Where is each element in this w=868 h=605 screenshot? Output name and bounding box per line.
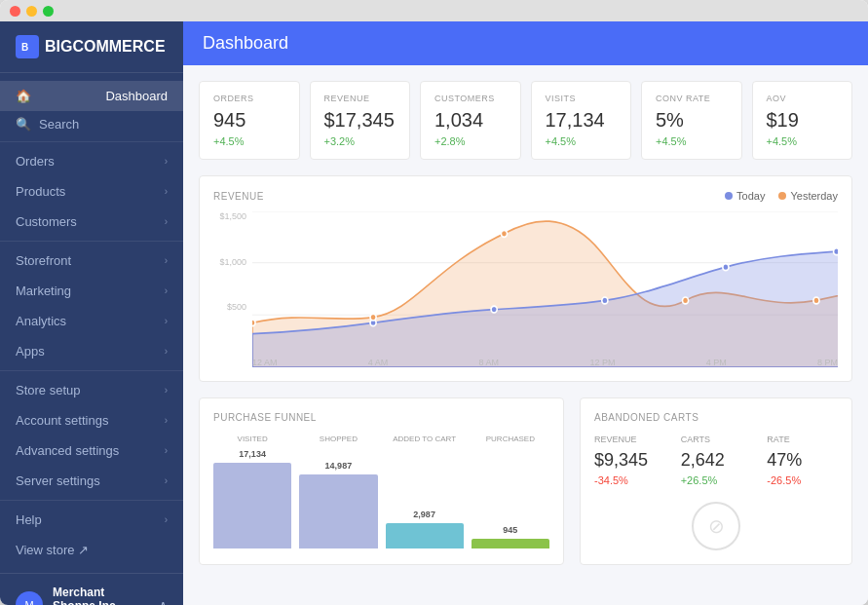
sidebar-item-marketing[interactable]: Marketing › — [0, 276, 183, 306]
aband-change: -34.5% — [594, 474, 665, 486]
sidebar-item-view-store[interactable]: View store ↗ — [0, 535, 183, 565]
help-label: Help — [16, 512, 42, 527]
chevron-right-icon: › — [165, 415, 168, 426]
svg-point-8 — [602, 297, 608, 304]
kpi-label: CUSTOMERS — [434, 94, 507, 103]
no-data-icon: ⊘ — [692, 502, 740, 550]
xaxis-label: 8 PM — [817, 358, 838, 367]
kpi-value: 17,134 — [546, 109, 618, 132]
search-icon: 🔍 — [16, 117, 31, 132]
sidebar-item-products[interactable]: Products › — [0, 176, 183, 207]
customers-label: Customers — [16, 214, 77, 229]
kpi-value: 1,034 — [434, 109, 507, 132]
sidebar-item-store-setup[interactable]: Store setup › — [0, 375, 183, 405]
funnel-columns-header: VISITED SHOPPED ADDED TO CART PURCHASED — [213, 435, 549, 443]
kpi-card-aov: AOV $19 +4.5% — [752, 81, 853, 160]
aband-label: REVENUE — [594, 435, 665, 444]
xaxis-label: 12 AM — [252, 358, 278, 367]
minimize-button[interactable] — [26, 6, 37, 17]
sidebar-divider-4 — [0, 500, 183, 501]
aband-value: 2,642 — [681, 450, 752, 471]
close-button[interactable] — [10, 6, 20, 17]
page-header: Dashboard — [183, 21, 868, 65]
merchant-name: Merchant Shoppe Inc. — [53, 586, 149, 605]
kpi-value: 5% — [656, 109, 728, 132]
kpi-label: ORDERS — [213, 94, 285, 103]
footer-info: Merchant Shoppe Inc. Jesse Campbell — [53, 586, 149, 605]
aband-revenue: REVENUE $9,345 -34.5% — [594, 435, 665, 486]
funnel-value-visited: 17,134 — [239, 449, 266, 459]
chevron-right-icon: › — [165, 316, 168, 326]
kpi-label: AOV — [767, 94, 839, 103]
kpi-value: $17,345 — [324, 109, 396, 132]
logo: B BIGCOMMERCE — [16, 35, 168, 58]
chart-yaxis: $1,500 $1,000 $500 — [213, 211, 252, 348]
svg-point-10 — [834, 248, 838, 255]
kpi-value: 945 — [213, 109, 285, 132]
chevron-up-icon[interactable]: ∧ — [159, 598, 168, 606]
kpi-card-conv-rate: CONV RATE 5% +4.5% — [641, 81, 742, 160]
funnel-col-header-added: ADDED TO CART — [386, 435, 464, 443]
kpi-change: +4.5% — [656, 135, 728, 147]
funnel-value-added: 2,987 — [413, 510, 435, 519]
chevron-right-icon: › — [165, 156, 168, 167]
funnel-bar-visited: 17,134 — [213, 449, 291, 548]
svg-point-9 — [723, 264, 729, 271]
funnel-col-header-visited: VISITED — [213, 435, 291, 443]
maximize-button[interactable] — [43, 6, 54, 17]
kpi-card-visits: VISITS 17,134 +4.5% — [531, 81, 632, 160]
funnel-bar-shape-visited — [213, 463, 291, 548]
avatar: M — [16, 591, 43, 606]
chevron-right-icon: › — [165, 475, 168, 486]
kpi-label: CONV RATE — [656, 94, 728, 103]
storefront-label: Storefront — [16, 253, 71, 268]
sidebar-item-dashboard[interactable]: 🏠 Dashboard — [0, 81, 183, 111]
sidebar-nav: 🏠 Dashboard 🔍 Search Orders › Products › — [0, 73, 183, 573]
sidebar-item-server-settings[interactable]: Server settings › — [0, 466, 183, 496]
logo-icon: B — [16, 35, 39, 58]
chart-header: REVENUE Today Yesterday — [213, 190, 838, 202]
store-setup-label: Store setup — [16, 383, 81, 397]
sidebar-logo: B BIGCOMMERCE — [0, 21, 183, 73]
kpi-label: REVENUE — [324, 94, 396, 103]
sidebar-item-advanced-settings[interactable]: Advanced settings › — [0, 435, 183, 466]
apps-label: Apps — [16, 344, 45, 359]
sidebar-item-help[interactable]: Help › — [0, 505, 183, 535]
svg-point-13 — [501, 230, 507, 237]
sidebar-search[interactable]: 🔍 Search — [0, 111, 183, 137]
abandoned-carts-section: ABANDONED CARTS REVENUE $9,345 -34.5% CA… — [580, 397, 852, 565]
aband-change: +26.5% — [681, 474, 752, 486]
page-title: Dashboard — [203, 33, 849, 54]
chart-legend: Today Yesterday — [725, 190, 838, 202]
chevron-right-icon: › — [165, 514, 168, 525]
sidebar-item-account-settings[interactable]: Account settings › — [0, 405, 183, 435]
sidebar-item-analytics[interactable]: Analytics › — [0, 306, 183, 336]
sidebar-search-label: Search — [39, 117, 79, 132]
dashboard-icon: 🏠 — [16, 89, 31, 103]
xaxis-label: 4 AM — [368, 358, 389, 367]
svg-point-11 — [252, 320, 255, 326]
server-settings-label: Server settings — [16, 473, 100, 488]
svg-text:B: B — [21, 42, 28, 53]
xaxis-label: 12 PM — [589, 358, 615, 367]
orders-label: Orders — [16, 154, 55, 169]
sidebar-divider-2 — [0, 241, 183, 242]
svg-point-12 — [370, 314, 376, 321]
aband-change: -26.5% — [767, 474, 838, 486]
funnel-value-shopped: 14,987 — [325, 461, 353, 471]
sidebar-item-orders[interactable]: Orders › — [0, 146, 183, 176]
revenue-chart-section: REVENUE Today Yesterday $1,500 $1,000 $5… — [199, 175, 852, 382]
sidebar-item-apps[interactable]: Apps › — [0, 336, 183, 366]
kpi-change: +4.5% — [546, 135, 618, 147]
aband-label: CARTS — [681, 435, 752, 444]
sidebar-item-customers[interactable]: Customers › — [0, 207, 183, 237]
funnel-bar-shopped: 14,987 — [299, 461, 377, 548]
aband-label: RATE — [767, 435, 838, 444]
sidebar-item-storefront[interactable]: Storefront › — [0, 246, 183, 276]
kpi-value: $19 — [767, 109, 839, 132]
aband-rate: RATE 47% -26.5% — [767, 435, 838, 486]
app-window: B BIGCOMMERCE 🏠 Dashboard 🔍 Search Order… — [0, 0, 868, 605]
kpi-card-revenue: REVENUE $17,345 +3.2% — [310, 81, 411, 160]
kpi-card-orders: ORDERS 945 +4.5% — [199, 81, 300, 160]
funnel-col-header-shopped: SHOPPED — [299, 435, 377, 443]
